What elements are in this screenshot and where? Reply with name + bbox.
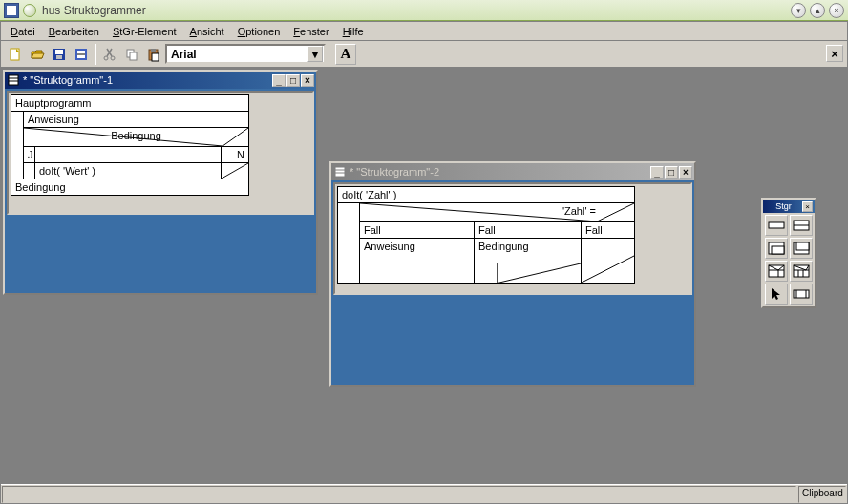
svg-rect-28: [769, 222, 784, 228]
menu-window[interactable]: Fenster: [287, 24, 334, 39]
menubar: Datei Bearbeiten StGr-Element Ansicht Op…: [1, 22, 847, 41]
status-pane: [2, 486, 796, 503]
mdi-window-1[interactable]: * "Struktogramm"-1 _ □ × Hauptprogramm A…: [3, 70, 318, 295]
sg-call[interactable]: doIt( 'Zahl' ): [338, 187, 634, 203]
font-select[interactable]: Arial ▼: [165, 44, 326, 64]
status-clipboard: Clipboard: [798, 486, 846, 503]
palette-close-button[interactable]: ×: [802, 201, 813, 212]
window-marble-icon: [23, 4, 36, 17]
svg-rect-10: [130, 52, 137, 60]
sg-main-block[interactable]: Hauptprogramm: [11, 95, 248, 112]
sg-case-3[interactable]: Fall: [582, 222, 634, 238]
paste-button[interactable]: [143, 44, 164, 65]
svg-line-19: [222, 163, 248, 178]
tool-while[interactable]: [765, 238, 788, 259]
save-nsd-button[interactable]: [71, 44, 92, 65]
sg-bedingung-loop[interactable]: Bedingung: [11, 179, 248, 195]
chevron-down-icon[interactable]: ▼: [307, 46, 323, 62]
sg-case-body-2[interactable]: Bedingung: [475, 239, 581, 263]
app-window: Datei Bearbeiten StGr-Element Ansicht Op…: [0, 21, 848, 504]
mdi-minimize-button[interactable]: _: [650, 166, 664, 178]
mdi-close-button[interactable]: ×: [301, 74, 314, 87]
sg-case-2[interactable]: Fall: [475, 222, 582, 238]
toolbar: Arial ▼ A ×: [1, 41, 847, 68]
mdi-close-button[interactable]: ×: [679, 166, 692, 178]
sg-anweisung[interactable]: Anweisung: [24, 112, 248, 128]
svg-line-25: [498, 263, 581, 284]
svg-rect-13: [152, 53, 159, 61]
mdi-titlebar-2[interactable]: * "Struktogramm"-2 _ □ ×: [331, 163, 694, 180]
struktogramm-icon: [7, 74, 20, 87]
mdi-content-1: Hauptprogramm Anweisung Bedingung J: [7, 91, 314, 215]
svg-rect-34: [796, 242, 809, 250]
menu-help[interactable]: Hilfe: [337, 24, 370, 39]
tool-palette[interactable]: Stgr ×: [761, 198, 816, 308]
save-button[interactable]: [49, 44, 70, 65]
mdi-minimize-button[interactable]: _: [272, 74, 286, 87]
tool-sequence[interactable]: [765, 215, 788, 236]
sg-branch-n[interactable]: N: [222, 147, 248, 162]
toolbar-separator: [95, 44, 96, 65]
sg-case-1[interactable]: Fall: [360, 222, 475, 238]
mdi-content-2: doIt( 'Zahl' ) 'Zahl' = Fall Fall Fall: [333, 182, 692, 295]
menu-edit[interactable]: Bearbeiten: [43, 24, 105, 39]
svg-rect-2: [55, 50, 63, 54]
tool-repeat[interactable]: [790, 238, 813, 259]
svg-line-27: [582, 256, 634, 283]
menu-element[interactable]: StGr-Element: [107, 24, 182, 39]
menu-options[interactable]: Optionen: [232, 24, 286, 39]
struktogramm-icon: [333, 165, 347, 178]
palette-titlebar[interactable]: Stgr ×: [763, 200, 815, 213]
tool-block[interactable]: [790, 215, 813, 236]
statusbar: Clipboard: [1, 484, 847, 503]
svg-rect-3: [56, 55, 62, 59]
new-button[interactable]: [5, 44, 26, 65]
cut-button[interactable]: [99, 44, 120, 65]
tool-if[interactable]: [765, 261, 788, 282]
window-title: hus Struktogrammer: [42, 4, 787, 17]
sg-condition-head[interactable]: Bedingung: [24, 128, 248, 147]
close-button[interactable]: ×: [829, 3, 844, 18]
mdi-maximize-button[interactable]: □: [286, 74, 300, 87]
app-icon: [4, 3, 19, 18]
sg-case-body-3[interactable]: [582, 239, 634, 283]
mdi-close-button[interactable]: ×: [826, 45, 843, 62]
struktogramm-2[interactable]: doIt( 'Zahl' ) 'Zahl' = Fall Fall Fall: [337, 186, 635, 284]
sg-branch-body[interactable]: doIt( 'Wert' ): [24, 163, 248, 178]
mdi-title-text: * "Struktogramm"-1: [23, 74, 113, 86]
mdi-title-text: * "Struktogramm"-2: [350, 166, 439, 178]
open-button[interactable]: [27, 44, 48, 65]
mdi-titlebar-1[interactable]: * "Struktogramm"-1 _ □ ×: [5, 72, 316, 89]
mdi-window-2[interactable]: * "Struktogramm"-2 _ □ × doIt( 'Zahl' ) …: [329, 161, 696, 387]
os-titlebar: hus Struktogrammer ▾ ▴ ×: [0, 0, 848, 21]
font-style-button[interactable]: A: [335, 44, 356, 65]
workspace: * "Struktogramm"-1 _ □ × Hauptprogramm A…: [1, 68, 847, 484]
svg-rect-20: [335, 167, 345, 177]
tool-call[interactable]: [790, 284, 813, 304]
struktogramm-1[interactable]: Hauptprogramm Anweisung Bedingung J: [11, 94, 249, 196]
tool-case[interactable]: [790, 261, 813, 282]
svg-line-18: [223, 128, 248, 146]
tool-pointer[interactable]: [765, 284, 788, 304]
svg-rect-32: [772, 246, 784, 254]
maximize-button[interactable]: ▴: [810, 3, 825, 18]
svg-rect-14: [9, 75, 18, 85]
font-select-value: Arial: [171, 48, 197, 61]
sg-case-head[interactable]: 'Zahl' =: [360, 203, 634, 222]
svg-rect-12: [151, 49, 156, 52]
svg-point-7: [104, 56, 108, 60]
svg-rect-40: [794, 265, 809, 277]
mdi-maximize-button[interactable]: □: [665, 166, 678, 178]
sg-case-body-1[interactable]: Anweisung: [360, 239, 475, 283]
menu-view[interactable]: Ansicht: [184, 24, 230, 39]
svg-line-24: [597, 203, 634, 221]
menu-file[interactable]: Datei: [5, 24, 41, 39]
svg-point-8: [111, 56, 115, 60]
svg-rect-46: [794, 290, 809, 298]
sg-branch-j[interactable]: J: [24, 147, 35, 162]
minimize-button[interactable]: ▾: [791, 3, 806, 18]
copy-button[interactable]: [121, 44, 142, 65]
